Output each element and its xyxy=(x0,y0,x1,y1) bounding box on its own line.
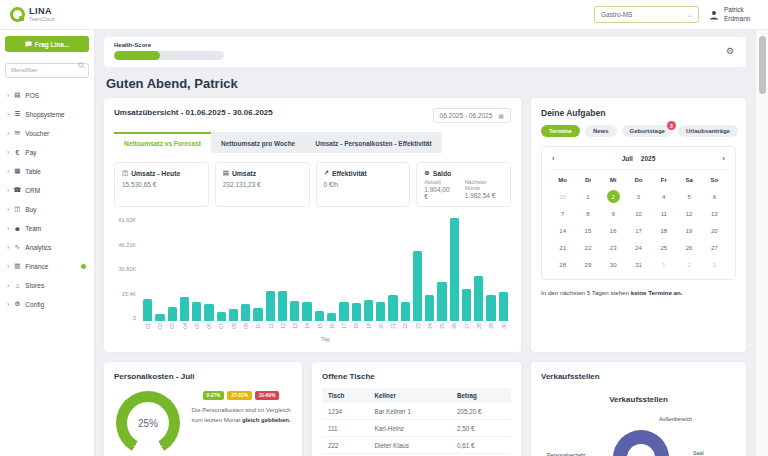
x-tick-label: 01 xyxy=(143,323,152,333)
calendar-day[interactable]: 2 xyxy=(676,258,701,272)
x-tick-label: 03 xyxy=(168,323,177,333)
sidebar-item-voucher[interactable]: ›✉Voucher xyxy=(5,124,89,143)
calendar-day[interactable]: 19 xyxy=(676,224,701,238)
calendar-day[interactable]: 22 xyxy=(575,241,600,255)
sidebar-item-stores[interactable]: ›⌂Stores xyxy=(5,276,89,295)
x-tick-label: 28 xyxy=(474,323,483,333)
tasks-tab-termine[interactable]: Termine xyxy=(541,125,580,137)
chevron-right-icon: › xyxy=(7,206,9,213)
calendar-day[interactable]: 28 xyxy=(550,258,575,272)
tasks-tab-geburtstage[interactable]: Geburtstage3 xyxy=(622,125,673,137)
kpi-sub: Nächster Monat1.982,54 € xyxy=(465,179,503,200)
calendar-day[interactable]: 10 xyxy=(626,207,651,221)
calendar-day[interactable]: 4 xyxy=(651,190,676,204)
tab-3[interactable]: Umsatz - Personalkosten - Effektivität xyxy=(305,132,441,153)
x-tick-label: 17 xyxy=(339,323,348,333)
calendar-day[interactable]: 18 xyxy=(651,224,676,238)
tenant-select[interactable]: Gastro-MS ⌄ xyxy=(594,6,699,23)
tab-1[interactable]: Nettoumsatz vs Forecast xyxy=(114,132,211,153)
pie-slice-label: Saal xyxy=(693,450,704,456)
tasks-card-title: Deine Aufgaben xyxy=(541,108,736,118)
calendar-icon: ▦ xyxy=(498,112,504,119)
calendar-day[interactable]: 23 xyxy=(601,241,626,255)
gauge-value: 25% xyxy=(138,418,158,429)
calendar-day[interactable]: 30 xyxy=(601,258,626,272)
calendar-day[interactable]: 13 xyxy=(702,207,727,221)
x-tick-label: 12 xyxy=(278,323,287,333)
x-tick-label: 10 xyxy=(253,323,262,333)
calendar-day[interactable]: 21 xyxy=(550,241,575,255)
calendar-day[interactable]: 8 xyxy=(575,207,600,221)
calendar-day[interactable]: 16 xyxy=(601,224,626,238)
table-row: 1234Bar Kellner 1205,20 € xyxy=(322,403,511,420)
calendar-day[interactable]: 1 xyxy=(651,258,676,272)
sidebar-item-team[interactable]: ›☻Team xyxy=(5,219,89,238)
sidebar-item-label: Finance xyxy=(25,263,48,270)
user-menu[interactable]: Patrick Erdmann xyxy=(709,6,758,22)
bar-day-13 xyxy=(290,301,299,321)
globe-icon: ⊕ xyxy=(424,169,429,177)
calendar-day[interactable]: 31 xyxy=(626,258,651,272)
calendar-day[interactable]: 27 xyxy=(702,241,727,255)
tasks-tab-news[interactable]: News xyxy=(585,125,617,137)
calendar-day[interactable]: 30 xyxy=(550,190,575,204)
calendar-day[interactable]: 9 xyxy=(601,207,626,221)
table-column-header: Betrag xyxy=(451,388,511,403)
date-range-picker[interactable]: 06.2025 - 06.2025 ▦ xyxy=(433,108,511,123)
calendar-day[interactable]: 7 xyxy=(550,207,575,221)
count-badge: 3 xyxy=(667,121,676,130)
bar-day-01 xyxy=(143,299,152,321)
scrollbar-thumb[interactable] xyxy=(759,36,766,94)
voucher-icon: ✉ xyxy=(13,129,21,137)
calendar-day[interactable]: 26 xyxy=(676,241,701,255)
bar-day-17 xyxy=(339,302,348,321)
calendar-day[interactable]: 29 xyxy=(575,258,600,272)
x-tick-label: 26 xyxy=(450,323,459,333)
calendar-day[interactable]: 1 xyxy=(575,190,600,204)
sidebar-item-pos[interactable]: ›▤POS xyxy=(5,86,89,105)
bar-day-23 xyxy=(413,251,422,321)
calendar-day[interactable]: 24 xyxy=(626,241,651,255)
sidebar-item-finance[interactable]: ›▥Finance xyxy=(5,257,89,276)
calendar-prev-button[interactable]: ‹ xyxy=(550,154,557,163)
calendar-day[interactable]: 15 xyxy=(575,224,600,238)
ask-lina-button[interactable]: Frag Lina... xyxy=(5,36,89,52)
page-scrollbar[interactable] xyxy=(755,30,768,456)
pie-slice-label: Personalverzehr xyxy=(547,452,586,456)
sidebar-item-shopsysteme[interactable]: ›☰Shopsysteme xyxy=(5,105,89,124)
logo-title: LINA xyxy=(29,7,54,16)
table-column-header: Kellner xyxy=(369,388,451,403)
x-tick-label: 27 xyxy=(462,323,471,333)
calendar-day[interactable]: 14 xyxy=(550,224,575,238)
health-score-card: Health-Score ⚙ xyxy=(104,37,746,67)
calendar-day[interactable]: 25 xyxy=(651,241,676,255)
settings-gear-icon[interactable]: ⚙ xyxy=(726,46,734,56)
calendar-day[interactable]: 12 xyxy=(676,207,701,221)
sidebar-item-table[interactable]: ›▦Table xyxy=(5,162,89,181)
sidebar-item-crm[interactable]: ›☎CRM xyxy=(5,181,89,200)
calendar-day[interactable]: 20 xyxy=(702,224,727,238)
menu-filter-input[interactable] xyxy=(5,63,89,78)
threshold-badge: 27-31% xyxy=(227,391,252,400)
calendar-day[interactable]: 3 xyxy=(626,190,651,204)
tasks-tab-urlaubsanträge[interactable]: Urlaubsanträge xyxy=(678,125,738,137)
sidebar-item-buy[interactable]: ›◫Buy xyxy=(5,200,89,219)
tab-2[interactable]: Nettoumsatz pro Woche xyxy=(211,132,305,153)
tasks-card: Deine Aufgaben TermineNewsGeburtstage3Ur… xyxy=(531,98,746,352)
chevron-right-icon: › xyxy=(7,282,9,289)
x-tick-label: 06 xyxy=(204,323,213,333)
kpi-sub-value: 1.904,00 € xyxy=(424,186,454,200)
calendar-day[interactable]: 11 xyxy=(651,207,676,221)
calendar-next-button[interactable]: › xyxy=(720,154,727,163)
sidebar-item-config[interactable]: ›⚙Config xyxy=(5,295,89,314)
sidebar-item-pay[interactable]: ›€Pay xyxy=(5,143,89,162)
calendar-day[interactable]: 17 xyxy=(626,224,651,238)
health-score-label: Health-Score xyxy=(114,42,736,48)
y-tick-label: 46,21K xyxy=(114,242,136,248)
calendar-day[interactable]: 2 xyxy=(607,190,620,203)
sidebar-item-analytics[interactable]: ›∿Analytics xyxy=(5,238,89,257)
calendar-day[interactable]: 6 xyxy=(702,190,727,204)
chevron-down-icon: ⌄ xyxy=(687,11,692,18)
calendar-day[interactable]: 5 xyxy=(676,190,701,204)
calendar-day[interactable]: 3 xyxy=(702,258,727,272)
